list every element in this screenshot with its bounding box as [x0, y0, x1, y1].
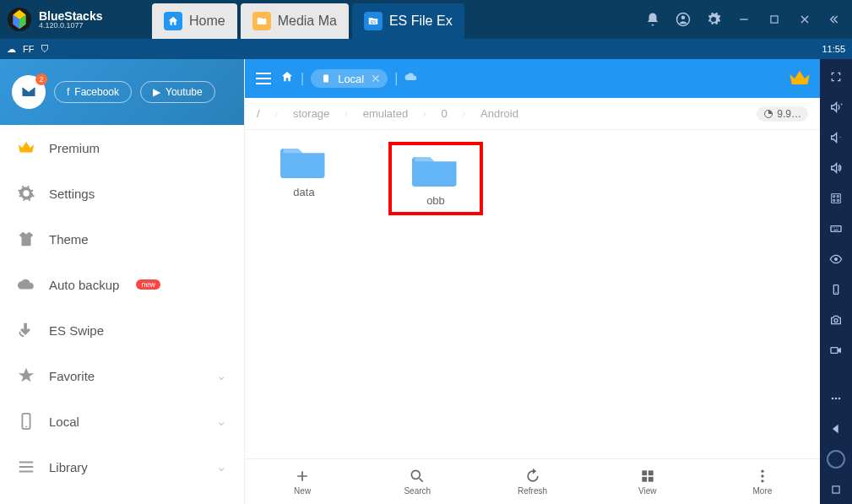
volume-icon[interactable] — [822, 154, 850, 182]
path-bar: | Local ✕ | — [245, 59, 820, 98]
eye-icon[interactable] — [822, 245, 850, 274]
video-icon[interactable] — [822, 336, 850, 365]
es-tab-icon: ES — [364, 12, 383, 30]
svg-rect-14 — [648, 477, 654, 482]
library-icon — [17, 458, 35, 476]
tab-label: ES File Ex — [389, 14, 453, 29]
minimize-icon[interactable] — [730, 6, 757, 33]
sidebar-item-label: ES Swipe — [49, 323, 104, 338]
grid-icon — [639, 468, 656, 485]
svg-point-26 — [832, 398, 834, 400]
folder-data[interactable]: data — [262, 142, 346, 198]
user-icon[interactable] — [670, 6, 697, 33]
close-icon[interactable] — [791, 6, 818, 33]
plus-icon — [294, 468, 311, 485]
svg-point-28 — [838, 398, 841, 400]
search-icon — [409, 468, 426, 485]
swipe-icon — [17, 321, 35, 339]
back-icon[interactable] — [822, 415, 850, 443]
collapse-rail-icon[interactable] — [822, 0, 845, 39]
crown-icon — [17, 138, 35, 157]
tab-media[interactable]: Media Ma — [241, 3, 349, 39]
cloud-icon[interactable] — [404, 70, 418, 87]
bottom-new[interactable]: New — [245, 459, 360, 504]
facebook-button[interactable]: f Facebook — [54, 81, 132, 103]
right-rail: + - — [820, 59, 852, 504]
svg-point-17 — [761, 480, 763, 482]
folder-obb[interactable]: obb — [388, 142, 483, 215]
svg-rect-5 — [771, 16, 778, 23]
tab-label: Home — [189, 14, 225, 29]
mail-button[interactable]: 2 — [12, 75, 46, 109]
chevron-down-icon: ⌄ — [216, 368, 227, 383]
sidebar-item-label: Local — [49, 415, 79, 429]
sidebar-item-label: Favorite — [49, 369, 95, 383]
chevron-right-icon: › — [423, 109, 426, 118]
breadcrumb-item[interactable]: / — [257, 107, 260, 120]
sidebar-item-autobackup[interactable]: Auto backup new — [0, 262, 244, 307]
chevron-right-icon: › — [463, 109, 465, 118]
sidebar-item-premium[interactable]: Premium — [0, 125, 244, 171]
folder-icon — [412, 150, 459, 187]
sidebar-item-label: Library — [49, 460, 88, 474]
sidebar-item-label: Auto backup — [49, 278, 119, 292]
volume-down-icon[interactable]: - — [822, 123, 850, 152]
fullscreen-icon[interactable] — [822, 62, 850, 91]
svg-point-23 — [835, 292, 836, 293]
bottom-search[interactable]: Search — [360, 459, 475, 504]
breadcrumb-item[interactable]: storage — [293, 107, 329, 120]
local-chip[interactable]: Local ✕ — [311, 69, 388, 88]
breadcrumb-item[interactable]: Android — [480, 107, 518, 120]
chevron-right-icon: › — [275, 109, 278, 118]
folder-tab-icon — [252, 12, 271, 30]
keymap-icon[interactable] — [822, 184, 850, 213]
breadcrumb: / › storage › emulated › 0 › Android 9.9… — [245, 98, 820, 130]
more-dots-icon[interactable] — [822, 384, 850, 413]
device-icon[interactable] — [822, 275, 850, 304]
maximize-icon[interactable] — [761, 6, 788, 33]
sidebar-item-library[interactable]: Library ⌄ — [0, 444, 244, 490]
sidebar-item-theme[interactable]: Theme — [0, 216, 244, 262]
sidebar-item-settings[interactable]: Settings — [0, 171, 244, 216]
tab-home[interactable]: Home — [152, 3, 237, 39]
disk-usage-badge[interactable]: 9.9… — [757, 106, 808, 122]
bottom-view[interactable]: View — [590, 459, 705, 504]
svg-point-27 — [835, 398, 838, 400]
bell-icon[interactable] — [639, 6, 666, 33]
svg-rect-13 — [642, 477, 647, 482]
svg-point-24 — [834, 319, 838, 322]
gear-icon[interactable] — [700, 6, 727, 33]
sidebar-item-favorite[interactable]: Favorite ⌄ — [0, 353, 244, 398]
cloud-icon — [17, 275, 35, 294]
sidebar-item-local[interactable]: Local ⌄ — [0, 398, 244, 444]
more-icon — [754, 468, 771, 485]
hamburger-icon[interactable] — [253, 68, 274, 89]
svg-point-15 — [761, 470, 763, 473]
breadcrumb-item[interactable]: emulated — [363, 107, 408, 120]
sidebar-item-esswipe[interactable]: ES Swipe — [0, 307, 244, 353]
volume-up-icon[interactable]: + — [822, 93, 850, 122]
youtube-icon: ▶ — [153, 86, 160, 98]
main: 2 f Facebook ▶ Youtube Premium Settings — [0, 59, 852, 504]
svg-point-16 — [761, 474, 763, 477]
svg-point-21 — [834, 257, 838, 261]
tab-esfile[interactable]: ES ES File Ex — [352, 3, 464, 39]
svg-point-10 — [412, 470, 421, 479]
facebook-icon: f — [67, 86, 69, 98]
premium-crown-icon[interactable] — [788, 67, 811, 90]
breadcrumb-item[interactable]: 0 — [442, 107, 448, 120]
svg-rect-29 — [833, 486, 839, 493]
pie-icon — [763, 109, 773, 119]
chip-close-icon[interactable]: ✕ — [371, 72, 381, 85]
keyboard-icon[interactable] — [822, 214, 850, 243]
home-nav-icon[interactable] — [827, 450, 845, 469]
bottom-refresh[interactable]: Refresh — [475, 459, 589, 504]
shirt-icon — [17, 230, 35, 248]
bottom-more[interactable]: More — [705, 459, 820, 504]
mail-badge: 2 — [35, 73, 47, 85]
home-icon[interactable] — [280, 70, 294, 87]
tabs: Home Media Ma ES ES File Ex — [152, 0, 632, 39]
youtube-button[interactable]: ▶ Youtube — [140, 81, 215, 103]
recents-icon[interactable] — [822, 475, 850, 504]
camera-icon[interactable] — [822, 306, 850, 334]
